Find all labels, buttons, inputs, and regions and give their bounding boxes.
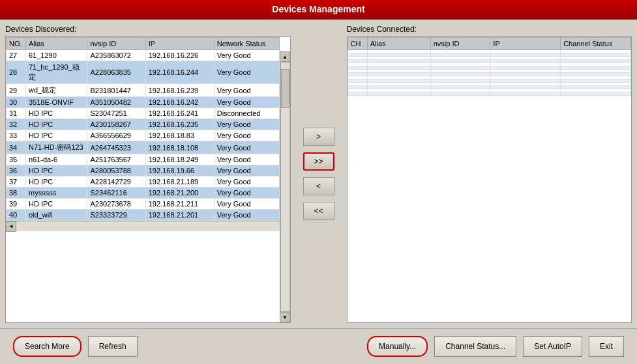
table-row[interactable]: 31 HD IPC S23047251 192.168.16.241 Disco… bbox=[7, 108, 280, 119]
remove-one-button[interactable]: < bbox=[303, 177, 334, 195]
vertical-scrollbar[interactable]: ▲ ▼ bbox=[280, 51, 290, 322]
table-row[interactable]: 36 HD IPC A280053788 192.168.19.66 Very … bbox=[7, 165, 280, 176]
add-one-button[interactable]: > bbox=[303, 128, 334, 146]
connected-header-row: CH Alias nvsip ID IP Channel Status bbox=[348, 38, 631, 50]
table-row[interactable]: 32 HD IPC A230158267 192.168.16.235 Very… bbox=[7, 119, 280, 130]
manually-button[interactable]: Manually... bbox=[367, 336, 428, 357]
col-ch-status: Channel Status bbox=[561, 38, 631, 50]
exit-button[interactable]: Exit bbox=[589, 336, 624, 357]
transfer-controls: > >> < << bbox=[296, 25, 342, 323]
channel-status-button[interactable]: Channel Status... bbox=[434, 336, 516, 357]
table-row[interactable]: 37 HD IPC A228142729 192.168.21.189 Very… bbox=[7, 176, 280, 188]
connected-table: CH Alias nvsip ID IP Channel Status bbox=[348, 37, 632, 96]
table-row bbox=[348, 92, 631, 96]
col-nvsip-r: nvsip ID bbox=[430, 38, 490, 50]
col-status: Network Status bbox=[214, 38, 279, 50]
connected-tbody bbox=[348, 50, 631, 96]
table-row[interactable]: 27 61_1290 A235863072 192.168.16.226 Ver… bbox=[7, 50, 280, 61]
hscroll-left-btn[interactable]: ◄ bbox=[6, 221, 16, 232]
connected-table-container: CH Alias nvsip ID IP Channel Status bbox=[347, 36, 632, 323]
table-row[interactable]: 38 mysssss S23462116 192.168.21.200 Very… bbox=[7, 188, 280, 199]
col-ip: IP bbox=[145, 38, 214, 50]
col-ch: CH bbox=[348, 38, 367, 50]
col-nvsip: nvsip ID bbox=[87, 38, 145, 50]
col-alias-r: Alias bbox=[367, 38, 430, 50]
bottom-left-buttons: Search More Refresh bbox=[13, 336, 138, 357]
scroll-thumb[interactable] bbox=[281, 69, 289, 108]
col-ip-r: IP bbox=[490, 38, 561, 50]
discovered-table: NO. Alias nvsip ID IP Network Status 27 … bbox=[6, 37, 280, 221]
table-row[interactable]: 30 3518E-ONVIF A351050482 192.168.16.242… bbox=[7, 97, 280, 108]
set-autoip-button[interactable]: Set AutoIP bbox=[523, 336, 582, 357]
table-row[interactable]: 40 old_wifi S23323729 192.168.21.201 Ver… bbox=[7, 210, 280, 221]
hscroll-track[interactable] bbox=[16, 221, 280, 231]
scroll-down-btn[interactable]: ▼ bbox=[280, 312, 290, 322]
refresh-button[interactable]: Refresh bbox=[88, 336, 138, 357]
bottom-bar: Search More Refresh Manually... Channel … bbox=[0, 328, 637, 364]
discovered-table-container: NO. Alias nvsip ID IP Network Status 27 … bbox=[5, 36, 291, 323]
table-row[interactable]: 34 N71-HD-密码123 A264745323 192.168.18.10… bbox=[7, 141, 280, 154]
scroll-up-btn[interactable]: ▲ bbox=[280, 51, 290, 62]
connected-label: Devices Connected: bbox=[347, 25, 632, 34]
discovered-label: Devices Discovered: bbox=[5, 25, 291, 34]
col-alias: Alias bbox=[25, 38, 87, 50]
remove-all-button[interactable]: << bbox=[303, 202, 334, 220]
search-more-button[interactable]: Search More bbox=[13, 336, 81, 357]
discovered-tbody: 27 61_1290 A235863072 192.168.16.226 Ver… bbox=[7, 50, 280, 221]
discovered-header-row: NO. Alias nvsip ID IP Network Status bbox=[7, 38, 280, 50]
add-all-button[interactable]: >> bbox=[303, 152, 334, 171]
col-no: NO. bbox=[7, 38, 26, 50]
table-row[interactable]: 39 HD IPC A230273678 192.168.21.211 Very… bbox=[7, 199, 280, 210]
connected-panel: Devices Connected: CH Alias nvsip ID IP … bbox=[347, 25, 632, 323]
table-row[interactable]: 28 71_hc_1290_稳定 A228063835 192.168.16.2… bbox=[7, 61, 280, 84]
horizontal-scrollbar[interactable]: ◄ ► bbox=[6, 221, 290, 231]
title-bar: Devices Management bbox=[0, 0, 637, 20]
scroll-track[interactable] bbox=[280, 62, 290, 312]
table-row[interactable]: 35 n61-da-6 A251763567 192.168.18.249 Ve… bbox=[7, 154, 280, 165]
table-row[interactable]: 33 HD IPC A366556629 192.168.18.83 Very … bbox=[7, 130, 280, 141]
bottom-right-buttons: Manually... Channel Status... Set AutoIP… bbox=[367, 336, 624, 357]
table-row[interactable]: 29 wd_稳定 B231801447 192.168.16.239 Very … bbox=[7, 84, 280, 97]
discovered-panel: Devices Discovered: NO. Alias nvsip ID I… bbox=[5, 25, 291, 323]
